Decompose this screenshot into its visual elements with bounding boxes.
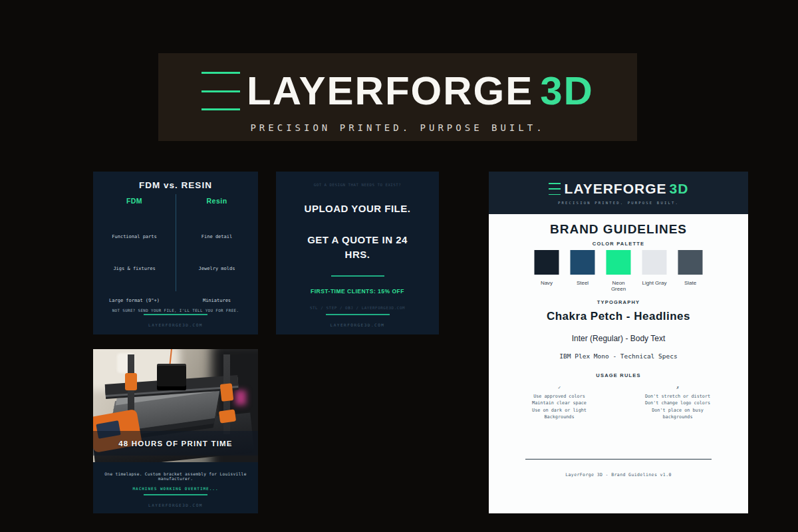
fdm-header: FDM (126, 196, 142, 205)
color-palette-label: COLOR PALETTE (489, 241, 748, 247)
fdm-item: Functional parts (112, 234, 156, 239)
printer-bracket (220, 383, 234, 402)
usage-rules: ✓ Use approved colors Maintain clear spa… (513, 384, 724, 421)
brand-tagline: PRECISION PRINTED. PURPOSE BUILT. (158, 122, 637, 133)
website-url: LAYERFORGE3D.COM (148, 503, 203, 507)
usage-rules-label: USAGE RULES (489, 372, 748, 378)
color-chip (535, 250, 559, 275)
swatch-light-gray: Light Gray (642, 250, 667, 292)
comparison-footnote: NOT SURE? SEND YOUR FILE, I'LL TELL YOU … (93, 309, 258, 313)
overlay-title: 48 HOURS OF PRINT TIME (118, 440, 232, 448)
printer-bracket (219, 409, 236, 423)
layer-lines-icon (201, 72, 240, 110)
green-rule (326, 314, 390, 315)
cross-icon: ✗ (631, 384, 724, 392)
swatch-label: Neon Green (606, 280, 631, 292)
resin-item: Fine detail (201, 234, 232, 239)
doc-logo-wordmark: LAYERFORGE3D (565, 181, 689, 197)
printer-extruder (157, 364, 186, 390)
brand-guidelines-doc: LAYERFORGE3D PRECISION PRINTED. PURPOSE … (489, 172, 748, 513)
photo-overlay-band: 48 HOURS OF PRINT TIME (93, 431, 258, 456)
website-url: LAYERFORGE3D.COM (331, 323, 385, 327)
fdm-item: Large format (9"+) (109, 298, 160, 303)
comparison-card: FDM vs. RESIN FDM Functional parts Jigs … (93, 172, 258, 334)
do-rules: ✓ Use approved colors Maintain clear spa… (513, 384, 606, 421)
swatch-neon-green: Neon Green (606, 250, 631, 292)
brand-board-canvas: LAYERFORGE3D PRECISION PRINTED. PURPOSE … (0, 0, 798, 532)
mono-font-sample: IBM Plex Mono - Technical Specs (489, 352, 748, 360)
swatch-navy: Navy (535, 250, 559, 292)
comparison-title: FDM vs. RESIN (93, 180, 258, 190)
photo-highlight (235, 390, 246, 405)
resin-header: Resin (206, 196, 227, 205)
do-rule-line: Maintain clear space (513, 400, 606, 407)
swatch-label: Navy (541, 280, 553, 286)
dont-rule-line: Don't change logo colors (631, 400, 724, 407)
doc-divider (525, 459, 712, 460)
swatch-slate: Slate (678, 250, 703, 292)
do-rule-line: Backgrounds (513, 414, 606, 421)
file-formats: STL / STEP / OBJ / LAYERFORGE3D.COM (276, 306, 439, 310)
doc-header: LAYERFORGE3D PRECISION PRINTED. PURPOSE … (489, 172, 748, 214)
photo-cta: MACHINES WORKING OVERTIME... (93, 486, 258, 491)
dont-rule-line: backgrounds (631, 414, 724, 421)
logo-text-main: LAYERFORGE (565, 181, 667, 196)
color-chip (571, 250, 595, 275)
dont-rule-line: Don't stretch or distort (631, 393, 724, 400)
fdm-item: Jigs & fixtures (113, 266, 155, 271)
typography-label: TYPOGRAPHY (489, 299, 748, 305)
website-footer: LAYERFORGE3D.COM (144, 314, 207, 329)
logo-wordmark: LAYERFORGE3D (247, 71, 594, 111)
offer-text: FIRST-TIME CLIENTS: 15% OFF (276, 288, 439, 295)
website-footer: LAYERFORGE3D.COM (144, 494, 207, 509)
fdm-column: FDM Functional parts Jigs & fixtures Lar… (93, 196, 176, 295)
resin-item: Miniatures (203, 298, 231, 303)
website-footer: LAYERFORGE3D.COM (326, 314, 390, 329)
logo-text-accent: 3D (670, 181, 689, 196)
green-rule (144, 314, 207, 315)
logo: LAYERFORGE3D (158, 63, 637, 120)
body-font-sample: Inter (Regular) - Body Text (489, 334, 748, 343)
check-icon: ✓ (513, 384, 606, 392)
printer-photo: 48 HOURS OF PRINT TIME (93, 349, 258, 462)
photo-card-footer: One timelapse. Custom bracket assembly f… (93, 462, 258, 513)
color-chip (606, 250, 631, 275)
logo-text-main: LAYERFORGE (247, 68, 533, 113)
swatch-steel: Steel (571, 250, 595, 292)
color-chip (642, 250, 667, 275)
resin-column: Resin Fine detail Jewelry molds Miniatur… (176, 196, 258, 295)
brand-banner: LAYERFORGE3D PRECISION PRINTED. PURPOSE … (158, 53, 637, 141)
logo-text-accent: 3D (540, 68, 594, 113)
doc-body: BRAND GUIDELINES COLOR PALETTE Navy Stee… (489, 214, 748, 513)
quote-headline-2: GET A QUOTE IN 24 HRS. (301, 233, 414, 262)
quote-card: GOT A DESIGN THAT NEEDS TO EXIST? UPLOAD… (276, 172, 439, 334)
layer-lines-icon (549, 183, 561, 195)
doc-title: BRAND GUIDELINES (489, 222, 748, 237)
dont-rule-line: Don't place on busy (631, 407, 724, 414)
do-rule-line: Use approved colors (513, 393, 606, 400)
color-swatches: Navy Steel Neon Green Light Gray Slate (535, 250, 703, 292)
doc-logo: LAYERFORGE3D (489, 180, 748, 198)
swatch-label: Slate (684, 280, 696, 286)
photo-card: 48 HOURS OF PRINT TIME One timelapse. Cu… (93, 349, 258, 513)
do-rule-line: Use on dark or light (513, 407, 606, 414)
quote-headline-1: UPLOAD YOUR FILE. (276, 203, 439, 214)
headline-font-sample: Chakra Petch - Headlines (489, 310, 748, 323)
website-url: LAYERFORGE3D.COM (148, 323, 203, 327)
printer-bracket (125, 373, 137, 390)
resin-item: Jewelry molds (199, 266, 235, 271)
green-rule (331, 275, 384, 277)
quote-kicker: GOT A DESIGN THAT NEEDS TO EXIST? (276, 183, 439, 187)
photo-caption: One timelapse. Custom bracket assembly f… (93, 471, 258, 481)
color-chip (678, 250, 703, 275)
doc-version-footer: LayerForge 3D - Brand Guidelines v1.0 (489, 472, 748, 477)
column-divider (176, 194, 176, 291)
swatch-label: Light Gray (642, 280, 667, 286)
green-rule (144, 494, 207, 495)
swatch-label: Steel (577, 280, 589, 286)
dont-rules: ✗ Don't stretch or distort Don't change … (631, 384, 724, 421)
doc-tagline: PRECISION PRINTED. PURPOSE BUILT. (489, 201, 748, 205)
